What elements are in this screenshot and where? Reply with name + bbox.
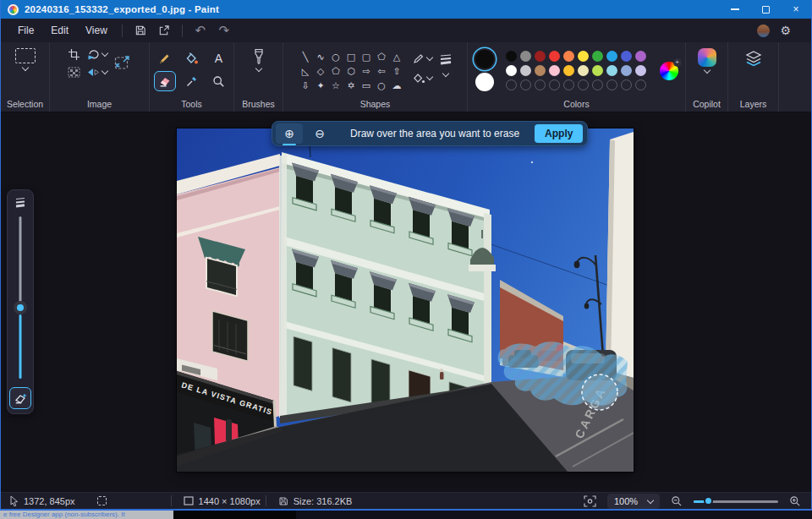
slider-thumb[interactable] bbox=[14, 301, 27, 314]
shape-option-13[interactable]: ⇧ bbox=[389, 64, 404, 79]
shape-option-19[interactable]: ○ bbox=[374, 79, 389, 93]
menu-view[interactable]: View bbox=[77, 22, 116, 39]
color-swatch-empty[interactable] bbox=[578, 79, 589, 90]
color-swatch-empty[interactable] bbox=[520, 79, 531, 90]
save-button[interactable] bbox=[129, 21, 152, 40]
color-swatch-empty[interactable] bbox=[635, 79, 646, 90]
pencil-tool-button[interactable] bbox=[154, 48, 176, 68]
color-swatch-empty[interactable] bbox=[535, 79, 546, 90]
shape-option-17[interactable]: ✡ bbox=[343, 79, 359, 93]
shape-option-0[interactable]: ╲ bbox=[298, 50, 313, 64]
menu-edit[interactable]: Edit bbox=[42, 22, 77, 39]
color-swatch[interactable] bbox=[635, 65, 646, 76]
shape-option-16[interactable]: ☆ bbox=[328, 79, 343, 93]
brush-size-slider[interactable] bbox=[8, 213, 33, 382]
rotate-button[interactable] bbox=[87, 49, 107, 61]
shape-option-8[interactable]: ◇ bbox=[313, 64, 328, 79]
close-button[interactable]: × bbox=[781, 0, 811, 19]
color-swatch[interactable] bbox=[535, 51, 546, 62]
flip-button[interactable] bbox=[87, 67, 107, 78]
color-swatch[interactable] bbox=[592, 51, 603, 62]
shape-option-3[interactable]: □ bbox=[343, 50, 359, 64]
shape-option-2[interactable]: ○ bbox=[328, 50, 343, 64]
maximize-button[interactable] bbox=[750, 0, 781, 19]
shape-option-10[interactable]: ⬡ bbox=[343, 64, 359, 79]
account-avatar[interactable] bbox=[757, 25, 770, 37]
magnifier-tool-button[interactable] bbox=[208, 71, 230, 91]
undo-button[interactable]: ↶ bbox=[189, 21, 212, 40]
shape-outline-button[interactable] bbox=[413, 53, 432, 64]
fill-tool-button[interactable] bbox=[181, 48, 203, 68]
color-swatch[interactable] bbox=[549, 65, 560, 76]
color-swatch[interactable] bbox=[578, 65, 589, 76]
color-swatch-empty[interactable] bbox=[549, 79, 560, 90]
remove-background-button[interactable] bbox=[68, 67, 80, 78]
color-swatch[interactable] bbox=[592, 65, 603, 76]
color-swatch[interactable] bbox=[563, 51, 574, 62]
menu-file[interactable]: File bbox=[9, 22, 42, 39]
color-swatch-empty[interactable] bbox=[506, 79, 517, 90]
color-swatch[interactable] bbox=[535, 65, 546, 76]
layers-button[interactable] bbox=[743, 48, 764, 68]
color-swatch-empty[interactable] bbox=[563, 79, 574, 90]
zoom-out-button[interactable] bbox=[671, 495, 683, 507]
shape-option-22[interactable]: ◠ bbox=[313, 93, 328, 96]
shape-option-18[interactable]: ▭ bbox=[359, 79, 374, 93]
crop-button[interactable] bbox=[68, 48, 80, 61]
zoom-slider-thumb[interactable] bbox=[704, 496, 713, 505]
shape-option-21[interactable]: ◠ bbox=[298, 93, 313, 96]
color-swatch[interactable] bbox=[506, 65, 517, 76]
color-swatch[interactable] bbox=[621, 51, 632, 62]
shape-option-6[interactable]: △ bbox=[389, 50, 404, 64]
zoom-level-dropdown[interactable]: 100% bbox=[607, 494, 660, 509]
minimize-button[interactable] bbox=[720, 0, 750, 19]
copilot-button[interactable] bbox=[698, 48, 716, 73]
color-swatch[interactable] bbox=[506, 51, 517, 62]
color-swatch[interactable] bbox=[606, 65, 617, 76]
text-tool-button[interactable]: A bbox=[208, 48, 230, 68]
shape-option-20[interactable]: ☁ bbox=[389, 79, 404, 93]
brushes-button[interactable] bbox=[252, 48, 266, 71]
remove-from-selection-button[interactable]: ⊖ bbox=[306, 123, 333, 144]
shape-option-15[interactable]: ✦ bbox=[313, 79, 328, 93]
shape-option-9[interactable]: ⬠ bbox=[328, 64, 343, 79]
zoom-slider[interactable] bbox=[694, 495, 778, 507]
add-to-selection-button[interactable]: ⊕ bbox=[276, 123, 303, 144]
shape-option-4[interactable]: ▢ bbox=[359, 50, 374, 64]
resize-image-button[interactable] bbox=[114, 55, 131, 71]
apply-button[interactable]: Apply bbox=[535, 124, 583, 143]
color-swatch[interactable] bbox=[635, 51, 646, 62]
line-thickness-icon[interactable] bbox=[439, 53, 453, 65]
eraser-tool-button[interactable] bbox=[154, 71, 176, 91]
shape-option-14[interactable]: ⇩ bbox=[298, 79, 313, 93]
shape-fill-button[interactable] bbox=[413, 73, 432, 84]
color1-swatch[interactable] bbox=[475, 50, 494, 68]
color2-swatch[interactable] bbox=[475, 73, 494, 91]
share-button[interactable] bbox=[152, 21, 176, 40]
color-swatch[interactable] bbox=[563, 65, 574, 76]
fit-to-screen-button[interactable] bbox=[584, 495, 596, 507]
color-swatch[interactable] bbox=[520, 65, 531, 76]
eyedropper-tool-button[interactable] bbox=[181, 71, 203, 91]
color-swatch-empty[interactable] bbox=[621, 79, 632, 90]
canvas[interactable]: DE LA VISTA GRATIS bbox=[177, 128, 634, 472]
generative-erase-tool-button[interactable] bbox=[9, 387, 31, 409]
zoom-in-button[interactable] bbox=[789, 495, 801, 507]
shape-option-5[interactable]: ⬠ bbox=[374, 50, 389, 64]
selection-tool-button[interactable] bbox=[15, 48, 36, 70]
shape-option-12[interactable]: ⇦ bbox=[374, 64, 389, 79]
color-swatch-empty[interactable] bbox=[606, 79, 617, 90]
color-swatch[interactable] bbox=[606, 51, 617, 62]
redo-button[interactable]: ↷ bbox=[212, 21, 236, 40]
settings-gear-icon[interactable]: ⚙ bbox=[780, 25, 791, 36]
color-swatch[interactable] bbox=[621, 65, 632, 76]
shape-option-7[interactable]: ◺ bbox=[298, 64, 313, 79]
edit-colors-button[interactable]: + bbox=[660, 62, 678, 80]
shape-option-11[interactable]: ⇨ bbox=[359, 64, 374, 79]
color-swatch[interactable] bbox=[549, 51, 560, 62]
color-swatch[interactable] bbox=[520, 51, 531, 62]
color-swatch[interactable] bbox=[578, 51, 589, 62]
canvas-photo[interactable]: DE LA VISTA GRATIS bbox=[177, 128, 634, 472]
color-swatch-empty[interactable] bbox=[592, 79, 603, 90]
chevron-down-icon[interactable] bbox=[442, 70, 449, 77]
